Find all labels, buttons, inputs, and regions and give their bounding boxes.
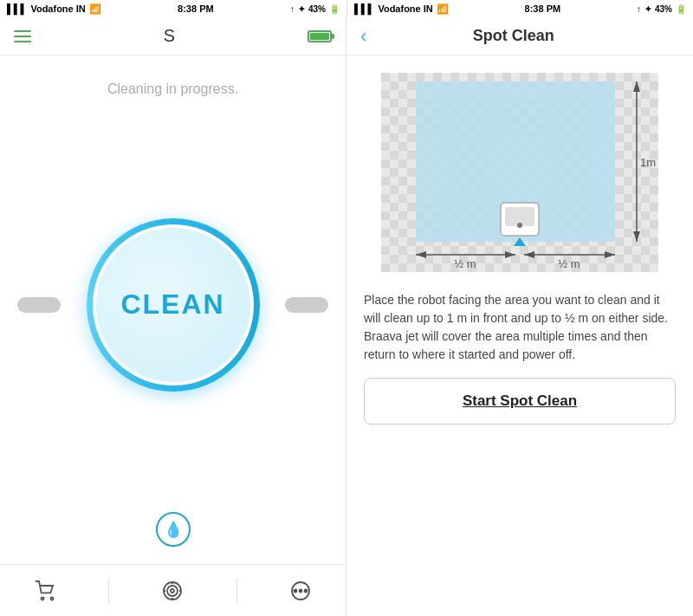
signal-icon: ▌▌▌ [7, 3, 27, 14]
nav-icon-right: ↑ [637, 4, 641, 14]
battery-pct-left: 43% [308, 4, 326, 14]
spot-description-text: Place the robot facing the area you want… [364, 293, 668, 361]
spot-description: Place the robot facing the area you want… [346, 281, 693, 378]
nav-item-cart[interactable] [19, 572, 71, 610]
cleaning-status: Cleaning in progress. [107, 81, 238, 97]
hamburger-icon[interactable] [14, 30, 31, 42]
svg-text:½ m: ½ m [558, 257, 580, 270]
right-header: ‹ Spot Clean [346, 17, 693, 55]
spot-diagram: 1m ½ m ½ m [346, 55, 693, 281]
nav-icon-left: ↑ [290, 4, 295, 14]
time-left: 8:38 PM [178, 3, 214, 14]
wifi-icon-r: 📶 [437, 3, 449, 15]
clean-button-area: CLEAN [0, 97, 346, 512]
water-icon-area[interactable]: 💧 [156, 512, 191, 547]
left-status-icons: ▌▌▌ Vodafone IN 📶 [7, 3, 101, 15]
target-icon [160, 579, 185, 603]
carrier-left: Vodafone IN [30, 3, 85, 14]
clean-button[interactable]: CLEAN [87, 218, 260, 392]
right-status-left: ↑ ✦ 43% 🔋 [290, 4, 340, 14]
clean-label: CLEAN [120, 289, 224, 321]
bt-icon-right: ✦ [644, 4, 651, 14]
signal-icon-r: ▌▌▌ [354, 3, 374, 14]
left-status-icons-r: ▌▌▌ Vodafone IN 📶 [354, 3, 449, 15]
status-bar-right: ▌▌▌ Vodafone IN 📶 8:38 PM ↑ ✦ 43% 🔋 [346, 0, 693, 17]
battery-pct-right: 43% [655, 4, 672, 14]
more-icon [288, 579, 313, 603]
bt-icon-left: ✦ [298, 4, 305, 14]
nav-item-target[interactable] [146, 572, 198, 610]
svg-point-2 [164, 582, 181, 600]
battery-bar-left: 🔋 [329, 4, 340, 14]
svg-point-3 [167, 586, 178, 596]
battery-fill [310, 33, 329, 40]
battery-bar-right: 🔋 [676, 4, 686, 14]
clean-button-inner: CLEAN [96, 228, 250, 382]
svg-text:½ m: ½ m [454, 257, 476, 270]
svg-text:1m: 1m [640, 156, 656, 169]
start-spot-clean-button[interactable]: Start Spot Clean [364, 378, 676, 425]
right-side-indicator [285, 297, 328, 313]
status-bar: ▌▌▌ Vodafone IN 📶 8:38 PM ↑ ✦ 43% 🔋 ▌▌▌ … [0, 0, 693, 17]
nav-divider-2 [236, 578, 237, 604]
bottom-nav [0, 564, 346, 616]
svg-point-11 [305, 589, 308, 592]
time-right: 8:38 PM [525, 3, 561, 14]
right-status-right: ↑ ✦ 43% 🔋 [637, 4, 686, 14]
nav-item-more[interactable] [275, 572, 327, 610]
spot-clean-diagram: 1m ½ m ½ m [381, 73, 658, 272]
left-header: S [0, 17, 346, 55]
start-spot-label: Start Spot Clean [463, 392, 577, 410]
cart-icon [33, 579, 57, 603]
back-button[interactable]: ‹ [360, 25, 366, 48]
carrier-right: Vodafone IN [378, 3, 432, 14]
nav-divider-1 [108, 578, 109, 604]
wifi-icon: 📶 [89, 3, 101, 15]
svg-point-1 [50, 597, 53, 600]
battery-indicator [308, 30, 332, 42]
svg-point-4 [171, 589, 174, 593]
water-icon[interactable]: 💧 [156, 512, 191, 547]
left-panel: S Cleaning in progress. CLEAN 💧 [0, 17, 346, 616]
left-panel-title: S [164, 26, 175, 46]
svg-point-10 [295, 589, 297, 592]
status-bar-left: ▌▌▌ Vodafone IN 📶 8:38 PM ↑ ✦ 43% 🔋 [0, 0, 346, 17]
clean-button-ring: CLEAN [93, 224, 254, 386]
svg-point-9 [300, 589, 302, 592]
right-panel-title: Spot Clean [373, 27, 653, 45]
svg-point-32 [517, 223, 522, 228]
left-side-indicator [17, 297, 61, 313]
panels: S Cleaning in progress. CLEAN 💧 [0, 17, 693, 616]
svg-point-0 [41, 597, 43, 600]
right-panel: ‹ Spot Clean [346, 17, 693, 616]
